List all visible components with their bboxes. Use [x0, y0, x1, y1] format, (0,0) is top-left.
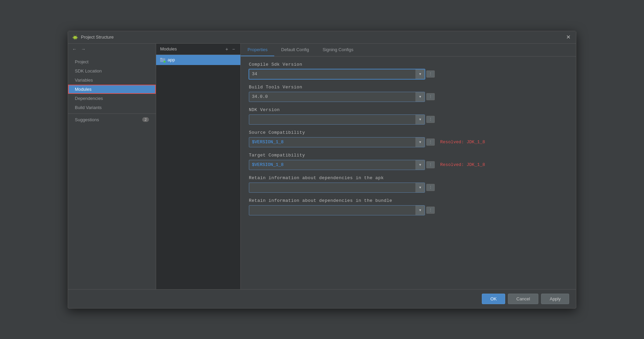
retain-apk-input[interactable] [249, 183, 415, 192]
source-compat-dropdown[interactable]: ▼ [249, 137, 425, 147]
sidebar-nav: Project SDK Location Variables Modules D… [68, 55, 156, 289]
forward-button[interactable]: → [80, 46, 87, 52]
source-compat-resolved: Resolved: JDK_1_8 [440, 140, 485, 145]
field-target-compatibility: Target Compatibility ▼ ⋮ Resolved: JDK_1… [249, 153, 568, 170]
target-compat-field-row: ▼ ⋮ Resolved: JDK_1_8 [249, 160, 568, 170]
retain-bundle-arrow[interactable]: ▼ [415, 206, 425, 215]
tab-default-config[interactable]: Default Config [274, 44, 316, 56]
tab-properties[interactable]: Properties [241, 44, 274, 56]
field-compile-sdk-version: Compile Sdk Version ▼ ⋮ [249, 62, 568, 79]
retain-apk-dropdown[interactable]: ▼ [249, 183, 425, 193]
svg-line-2 [73, 37, 73, 38]
suggestions-badge: 2 [142, 117, 149, 122]
target-compat-input[interactable] [249, 161, 415, 169]
svg-line-3 [77, 37, 78, 38]
compile-sdk-arrow[interactable]: ▼ [415, 69, 425, 79]
source-compat-field-row: ▼ ⋮ Resolved: JDK_1_8 [249, 137, 568, 147]
tabs-bar: Properties Default Config Signing Config… [241, 44, 576, 57]
content-panel: Properties Default Config Signing Config… [241, 44, 576, 289]
source-compat-input[interactable] [249, 138, 415, 146]
field-ndk-version: NDK Version ▼ ⋮ [249, 107, 568, 125]
sidebar-item-variables[interactable]: Variables [68, 76, 156, 85]
module-item-app[interactable]: app [156, 55, 240, 65]
title-bar: Project Structure ✕ [68, 31, 576, 44]
ndk-version-label: NDK Version [249, 107, 568, 112]
field-retain-apk: Retain information about dependencies in… [249, 175, 568, 193]
content-area: Compile Sdk Version ▼ ⋮ Build Tools Vers… [241, 57, 576, 289]
retain-bundle-dropdown[interactable]: ▼ [249, 205, 425, 215]
module-list: app [156, 55, 240, 289]
ndk-version-field-row: ▼ ⋮ [249, 114, 568, 125]
source-compat-label: Source Compatibility [249, 130, 568, 135]
retain-apk-arrow[interactable]: ▼ [415, 183, 425, 192]
sidebar-divider [68, 113, 156, 114]
module-panel-title: Modules [160, 46, 177, 51]
source-compat-side-btn[interactable]: ⋮ [426, 139, 435, 146]
retain-bundle-label: Retain information about dependencies in… [249, 198, 568, 203]
sidebar-item-dependencies[interactable]: Dependencies [68, 94, 156, 103]
close-button[interactable]: ✕ [565, 34, 572, 41]
retain-bundle-field-row: ▼ ⋮ [249, 205, 568, 215]
source-compat-arrow[interactable]: ▼ [415, 137, 425, 147]
dialog-title: Project Structure [81, 35, 114, 40]
compile-sdk-label: Compile Sdk Version [249, 62, 568, 67]
nav-arrows: ← → [68, 44, 156, 55]
title-bar-left: Project Structure [72, 34, 114, 40]
field-retain-bundle: Retain information about dependencies in… [249, 198, 568, 215]
sidebar-item-modules[interactable]: Modules [68, 85, 156, 94]
build-tools-field-row: ▼ ⋮ [249, 92, 568, 102]
tab-signing-configs[interactable]: Signing Configs [316, 44, 360, 56]
target-compat-side-btn[interactable]: ⋮ [426, 161, 435, 168]
project-structure-dialog: Project Structure ✕ ← → Project SDK Loca… [68, 31, 576, 309]
svg-line-6 [74, 35, 74, 36]
sidebar-item-project[interactable]: Project [68, 57, 156, 66]
ndk-version-arrow[interactable]: ▼ [415, 115, 425, 124]
sidebar-item-suggestions[interactable]: Suggestions 2 [68, 115, 156, 124]
module-status-dot [164, 61, 166, 63]
add-module-button[interactable]: + [224, 46, 230, 52]
android-icon [72, 34, 78, 40]
sidebar-item-build-variants[interactable]: Build Variants [68, 103, 156, 112]
build-tools-arrow[interactable]: ▼ [415, 92, 425, 102]
compile-sdk-input[interactable] [249, 70, 415, 78]
apply-button[interactable]: Apply [541, 294, 569, 304]
build-tools-label: Build Tools Version [249, 85, 568, 90]
module-panel: Modules + − app [156, 44, 241, 289]
retain-bundle-side-btn[interactable]: ⋮ [426, 207, 435, 214]
target-compat-resolved: Resolved: JDK_1_8 [440, 162, 485, 167]
ndk-version-dropdown[interactable]: ▼ [249, 114, 425, 125]
retain-apk-side-btn[interactable]: ⋮ [426, 184, 435, 191]
svg-rect-9 [160, 58, 162, 59]
back-button[interactable]: ← [71, 46, 78, 52]
folder-icon [160, 57, 166, 63]
build-tools-dropdown[interactable]: ▼ [249, 92, 425, 102]
sidebar-item-sdk-location[interactable]: SDK Location [68, 66, 156, 76]
panel-actions: + − [224, 46, 236, 52]
dialog-footer: OK Cancel Apply [68, 289, 576, 308]
remove-module-button[interactable]: − [231, 46, 236, 52]
retain-apk-field-row: ▼ ⋮ [249, 183, 568, 193]
module-name: app [168, 57, 175, 62]
cancel-button[interactable]: Cancel [508, 294, 538, 304]
sidebar: ← → Project SDK Location Variables Modul… [68, 44, 156, 289]
ok-button[interactable]: OK [482, 294, 505, 304]
target-compat-label: Target Compatibility [249, 153, 568, 158]
dialog-body: ← → Project SDK Location Variables Modul… [68, 44, 576, 289]
module-panel-header: Modules + − [156, 44, 240, 55]
compile-sdk-field-row: ▼ ⋮ [249, 69, 568, 79]
ndk-version-side-btn[interactable]: ⋮ [426, 116, 435, 123]
field-source-compatibility: Source Compatibility ▼ ⋮ Resolved: JDK_1… [249, 130, 568, 147]
target-compat-dropdown[interactable]: ▼ [249, 160, 425, 170]
compile-sdk-side-btn[interactable]: ⋮ [426, 70, 435, 78]
ndk-version-input[interactable] [249, 115, 415, 124]
target-compat-arrow[interactable]: ▼ [415, 160, 425, 170]
retain-bundle-input[interactable] [249, 206, 415, 214]
svg-line-7 [76, 35, 77, 36]
retain-apk-label: Retain information about dependencies in… [249, 175, 568, 181]
build-tools-side-btn[interactable]: ⋮ [426, 93, 435, 100]
build-tools-input[interactable] [249, 92, 415, 101]
compile-sdk-dropdown[interactable]: ▼ [249, 69, 425, 79]
field-build-tools-version: Build Tools Version ▼ ⋮ [249, 85, 568, 102]
